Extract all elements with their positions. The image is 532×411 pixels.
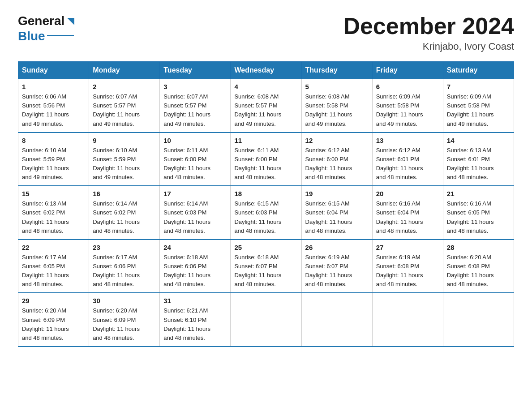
day-info: Sunrise: 6:08 AMSunset: 5:58 PMDaylight:…	[305, 93, 352, 127]
day-number: 20	[376, 190, 439, 197]
calendar-day-cell: 3 Sunrise: 6:07 AMSunset: 5:57 PMDayligh…	[160, 79, 231, 133]
logo-general-text: General	[18, 13, 64, 29]
day-number: 7	[447, 83, 510, 90]
calendar-day-cell: 20 Sunrise: 6:16 AMSunset: 6:04 PMDaylig…	[372, 186, 443, 240]
calendar-day-cell: 18 Sunrise: 6:15 AMSunset: 6:03 PMDaylig…	[231, 186, 301, 240]
day-info: Sunrise: 6:10 AMSunset: 5:59 PMDaylight:…	[22, 147, 69, 180]
calendar-day-cell: 13 Sunrise: 6:12 AMSunset: 6:01 PMDaylig…	[372, 133, 443, 186]
calendar-week-row: 22 Sunrise: 6:17 AMSunset: 6:05 PMDaylig…	[18, 240, 514, 293]
day-number: 5	[305, 83, 369, 90]
svg-marker-0	[67, 18, 74, 25]
col-tuesday: Tuesday	[160, 62, 231, 79]
day-number: 15	[22, 190, 85, 197]
calendar-day-cell: 27 Sunrise: 6:19 AMSunset: 6:08 PMDaylig…	[372, 240, 443, 293]
day-number: 12	[305, 137, 369, 144]
calendar-day-cell: 19 Sunrise: 6:15 AMSunset: 6:04 PMDaylig…	[301, 186, 372, 240]
calendar-day-cell: 2 Sunrise: 6:07 AMSunset: 5:57 PMDayligh…	[89, 79, 160, 133]
col-thursday: Thursday	[301, 62, 372, 79]
day-number: 22	[22, 244, 85, 251]
calendar-day-cell: 9 Sunrise: 6:10 AMSunset: 5:59 PMDayligh…	[89, 133, 160, 186]
calendar-day-cell: 22 Sunrise: 6:17 AMSunset: 6:05 PMDaylig…	[18, 240, 89, 293]
day-info: Sunrise: 6:18 AMSunset: 6:07 PMDaylight:…	[234, 254, 281, 287]
calendar-table: Sunday Monday Tuesday Wednesday Thursday…	[18, 61, 514, 347]
title-area: December 2024 Krinjabo, Ivory Coast	[343, 13, 514, 52]
day-info: Sunrise: 6:16 AMSunset: 6:05 PMDaylight:…	[447, 200, 494, 234]
calendar-week-row: 29 Sunrise: 6:20 AMSunset: 6:09 PMDaylig…	[18, 293, 514, 347]
calendar-day-cell: 25 Sunrise: 6:18 AMSunset: 6:07 PMDaylig…	[231, 240, 301, 293]
day-number: 23	[93, 244, 156, 251]
day-info: Sunrise: 6:11 AMSunset: 6:00 PMDaylight:…	[163, 147, 210, 180]
calendar-day-cell: 24 Sunrise: 6:18 AMSunset: 6:06 PMDaylig…	[160, 240, 231, 293]
day-number: 8	[22, 137, 85, 144]
day-info: Sunrise: 6:11 AMSunset: 6:00 PMDaylight:…	[234, 147, 281, 180]
calendar-day-cell: 12 Sunrise: 6:12 AMSunset: 6:00 PMDaylig…	[301, 133, 372, 186]
day-info: Sunrise: 6:20 AMSunset: 6:09 PMDaylight:…	[22, 307, 69, 341]
day-number: 27	[376, 244, 439, 251]
day-number: 13	[376, 137, 439, 144]
col-monday: Monday	[89, 62, 160, 79]
calendar-day-cell: 29 Sunrise: 6:20 AMSunset: 6:09 PMDaylig…	[18, 293, 89, 347]
col-wednesday: Wednesday	[231, 62, 301, 79]
day-info: Sunrise: 6:07 AMSunset: 5:57 PMDaylight:…	[93, 93, 140, 127]
day-info: Sunrise: 6:20 AMSunset: 6:09 PMDaylight:…	[93, 307, 140, 341]
header-row: Sunday Monday Tuesday Wednesday Thursday…	[18, 62, 514, 79]
calendar-week-row: 15 Sunrise: 6:13 AMSunset: 6:02 PMDaylig…	[18, 186, 514, 240]
day-number: 11	[234, 137, 297, 144]
day-number: 29	[22, 297, 85, 304]
calendar-day-cell	[372, 293, 443, 347]
day-number: 28	[447, 244, 510, 251]
calendar-day-cell: 23 Sunrise: 6:17 AMSunset: 6:06 PMDaylig…	[89, 240, 160, 293]
day-info: Sunrise: 6:19 AMSunset: 6:08 PMDaylight:…	[376, 254, 423, 287]
calendar-day-cell: 17 Sunrise: 6:14 AMSunset: 6:03 PMDaylig…	[160, 186, 231, 240]
logo: General Blue	[18, 13, 75, 43]
calendar-week-row: 1 Sunrise: 6:06 AMSunset: 5:56 PMDayligh…	[18, 79, 514, 133]
location-subtitle: Krinjabo, Ivory Coast	[343, 41, 514, 52]
calendar-day-cell: 8 Sunrise: 6:10 AMSunset: 5:59 PMDayligh…	[18, 133, 89, 186]
day-number: 14	[447, 137, 510, 144]
day-info: Sunrise: 6:15 AMSunset: 6:03 PMDaylight:…	[234, 200, 281, 234]
calendar-day-cell: 26 Sunrise: 6:19 AMSunset: 6:07 PMDaylig…	[301, 240, 372, 293]
calendar-day-cell	[231, 293, 301, 347]
day-number: 19	[305, 190, 369, 197]
col-friday: Friday	[372, 62, 443, 79]
day-info: Sunrise: 6:08 AMSunset: 5:57 PMDaylight:…	[234, 93, 281, 127]
day-info: Sunrise: 6:21 AMSunset: 6:10 PMDaylight:…	[163, 307, 210, 341]
month-title: December 2024	[343, 13, 514, 39]
day-info: Sunrise: 6:14 AMSunset: 6:03 PMDaylight:…	[163, 200, 210, 234]
day-number: 24	[163, 244, 227, 251]
day-number: 21	[447, 190, 510, 197]
day-info: Sunrise: 6:19 AMSunset: 6:07 PMDaylight:…	[305, 254, 352, 287]
day-number: 9	[93, 137, 156, 144]
logo-triangle-icon	[65, 17, 75, 26]
day-number: 4	[234, 83, 297, 90]
calendar-day-cell	[443, 293, 514, 347]
day-number: 31	[163, 297, 227, 304]
calendar-day-cell: 11 Sunrise: 6:11 AMSunset: 6:00 PMDaylig…	[231, 133, 301, 186]
calendar-day-cell: 7 Sunrise: 6:09 AMSunset: 5:58 PMDayligh…	[443, 79, 514, 133]
day-info: Sunrise: 6:12 AMSunset: 6:00 PMDaylight:…	[305, 147, 352, 180]
day-info: Sunrise: 6:13 AMSunset: 6:02 PMDaylight:…	[22, 200, 69, 234]
calendar-day-cell: 16 Sunrise: 6:14 AMSunset: 6:02 PMDaylig…	[89, 186, 160, 240]
day-info: Sunrise: 6:20 AMSunset: 6:08 PMDaylight:…	[447, 254, 494, 287]
day-info: Sunrise: 6:16 AMSunset: 6:04 PMDaylight:…	[376, 200, 423, 234]
day-info: Sunrise: 6:13 AMSunset: 6:01 PMDaylight:…	[447, 147, 494, 180]
day-info: Sunrise: 6:12 AMSunset: 6:01 PMDaylight:…	[376, 147, 423, 180]
day-info: Sunrise: 6:15 AMSunset: 6:04 PMDaylight:…	[305, 200, 352, 234]
calendar-day-cell: 1 Sunrise: 6:06 AMSunset: 5:56 PMDayligh…	[18, 79, 89, 133]
day-number: 26	[305, 244, 369, 251]
calendar-day-cell: 4 Sunrise: 6:08 AMSunset: 5:57 PMDayligh…	[231, 79, 301, 133]
calendar-day-cell: 5 Sunrise: 6:08 AMSunset: 5:58 PMDayligh…	[301, 79, 372, 133]
calendar-day-cell: 21 Sunrise: 6:16 AMSunset: 6:05 PMDaylig…	[443, 186, 514, 240]
calendar-day-cell: 14 Sunrise: 6:13 AMSunset: 6:01 PMDaylig…	[443, 133, 514, 186]
day-number: 25	[234, 244, 297, 251]
day-info: Sunrise: 6:07 AMSunset: 5:57 PMDaylight:…	[163, 93, 210, 127]
day-info: Sunrise: 6:06 AMSunset: 5:56 PMDaylight:…	[22, 93, 69, 127]
day-info: Sunrise: 6:09 AMSunset: 5:58 PMDaylight:…	[376, 93, 423, 127]
calendar-day-cell: 28 Sunrise: 6:20 AMSunset: 6:08 PMDaylig…	[443, 240, 514, 293]
day-number: 17	[163, 190, 227, 197]
col-sunday: Sunday	[18, 62, 89, 79]
calendar-day-cell	[301, 293, 372, 347]
calendar-day-cell: 30 Sunrise: 6:20 AMSunset: 6:09 PMDaylig…	[89, 293, 160, 347]
calendar-day-cell: 10 Sunrise: 6:11 AMSunset: 6:00 PMDaylig…	[160, 133, 231, 186]
day-number: 6	[376, 83, 439, 90]
